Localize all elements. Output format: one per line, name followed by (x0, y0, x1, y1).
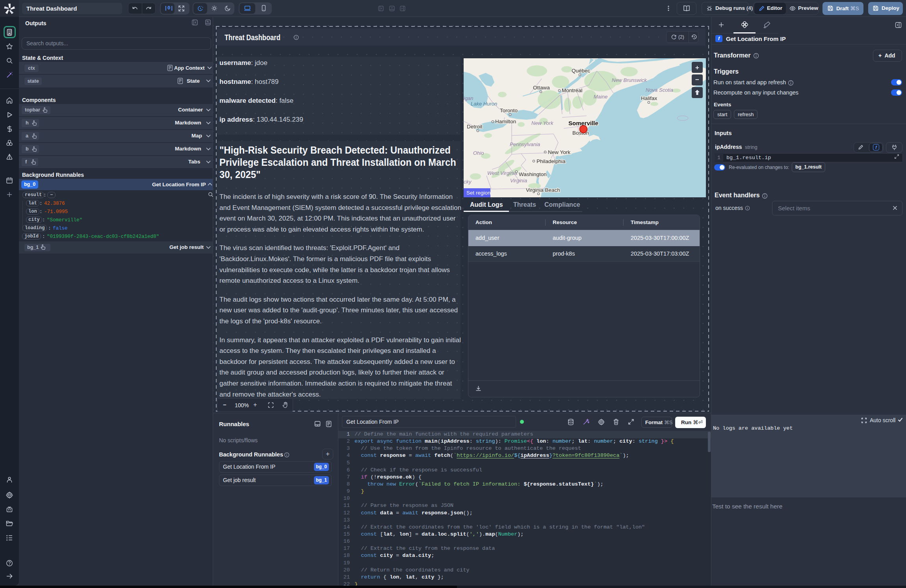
svg-text:New York: New York (548, 149, 570, 155)
svg-text:Nova Scotia: Nova Scotia (646, 87, 673, 93)
svg-text:Set region: Set region (466, 190, 491, 196)
svg-text:Virginia Beach: Virginia Beach (526, 187, 560, 193)
svg-text:Virginia: Virginia (510, 178, 527, 184)
svg-text:Maine: Maine (594, 94, 607, 100)
svg-text:igan: igan (464, 95, 473, 101)
svg-text:Washington: Washington (519, 171, 547, 177)
svg-text:+: + (695, 64, 699, 71)
svg-text:cky: cky (464, 179, 472, 185)
svg-text:Ottawa: Ottawa (533, 85, 550, 91)
svg-text:Ohio: Ohio (473, 150, 484, 156)
svg-text:New York: New York (531, 120, 554, 126)
svg-text:Philadelphia: Philadelphia (537, 158, 566, 164)
svg-text:Lake Huron: Lake Huron (471, 101, 497, 107)
svg-text:New Brunswick: New Brunswick (612, 77, 647, 83)
svg-text:Toronto: Toronto (500, 108, 518, 113)
svg-text:Pennsylvania: Pennsylvania (510, 141, 540, 147)
svg-text:Montréal: Montréal (562, 87, 583, 93)
svg-text:Halifax: Halifax (641, 95, 657, 101)
svg-text:−: − (695, 76, 699, 83)
svg-text:West Virginia: West Virginia (487, 170, 517, 176)
svg-text:Detroit: Detroit (467, 124, 483, 130)
svg-text:Hamilton: Hamilton (495, 119, 516, 124)
svg-text:Québec: Québec (572, 68, 590, 74)
